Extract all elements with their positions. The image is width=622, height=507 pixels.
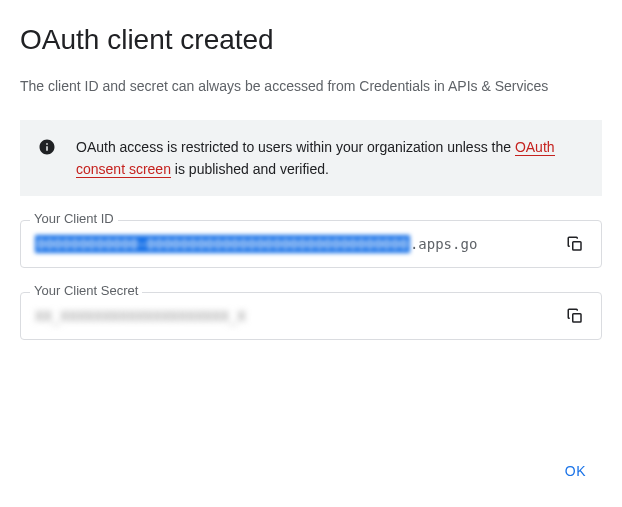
dialog-subtitle: The client ID and secret can always be a…	[20, 76, 602, 96]
client-secret-box: XX_XXXXXXXXXXXXXXXXXXXX_X	[20, 292, 602, 340]
info-banner: OAuth access is restricted to users with…	[20, 120, 602, 196]
ok-button[interactable]: OK	[553, 455, 598, 487]
client-id-label: Your Client ID	[30, 211, 118, 226]
client-secret-field: Your Client Secret XX_XXXXXXXXXXXXXXXXXX…	[20, 292, 602, 340]
client-id-box: 000000000000-000000000000000000000000000…	[20, 220, 602, 268]
client-id-value: 000000000000-000000000000000000000000000…	[35, 235, 410, 253]
copy-client-id-button[interactable]	[557, 226, 593, 262]
client-secret-label: Your Client Secret	[30, 283, 142, 298]
svg-rect-0	[573, 242, 581, 250]
info-text: OAuth access is restricted to users with…	[76, 136, 584, 180]
copy-icon	[566, 235, 584, 253]
copy-client-secret-button[interactable]	[557, 298, 593, 334]
info-text-after: is published and verified.	[171, 161, 329, 177]
dialog-title: OAuth client created	[20, 24, 602, 56]
client-id-field: Your Client ID 000000000000-000000000000…	[20, 220, 602, 268]
info-text-before: OAuth access is restricted to users with…	[76, 139, 515, 155]
dialog-actions: OK	[553, 455, 598, 487]
client-secret-value: XX_XXXXXXXXXXXXXXXXXXXX_X	[35, 308, 246, 324]
copy-icon	[566, 307, 584, 325]
info-icon	[38, 138, 56, 156]
client-id-suffix: .apps.go	[410, 236, 477, 252]
svg-rect-1	[573, 314, 581, 322]
